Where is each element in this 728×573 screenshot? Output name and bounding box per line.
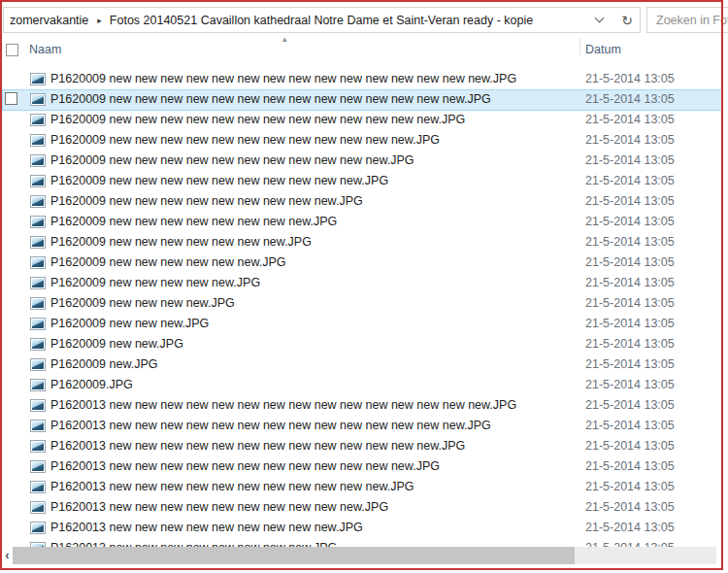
column-header-date[interactable]: Datum	[585, 43, 621, 56]
file-row[interactable]: P1620013 new new new new new new new new…	[0, 436, 728, 456]
image-file-icon	[30, 420, 46, 432]
file-date: 21-5-2014 13:05	[585, 436, 675, 456]
file-date: 21-5-2014 13:05	[585, 497, 675, 518]
file-row[interactable]: P1620009 new new new new new new new new…	[0, 151, 728, 171]
file-row[interactable]: P1620013 new new new new new new new new…	[0, 538, 728, 547]
file-name: P1620009 new new new new new new new new…	[50, 69, 516, 89]
column-header-name[interactable]: Naam	[29, 43, 61, 56]
image-file-icon	[30, 134, 46, 147]
file-row[interactable]: P1620009 new new new new new new new new…	[0, 130, 728, 151]
file-date: 21-5-2014 13:05	[585, 130, 675, 151]
file-date: 21-5-2014 13:05	[585, 456, 675, 477]
file-name: P1620013 new new new new new new new new…	[50, 538, 337, 547]
file-row[interactable]: P1620009 new new.JPG21-5-2014 13:05	[0, 334, 728, 354]
file-date: 21-5-2014 13:05	[585, 416, 675, 436]
file-date: 21-5-2014 13:05	[585, 375, 675, 395]
file-date: 21-5-2014 13:05	[585, 151, 675, 171]
file-date: 21-5-2014 13:05	[585, 212, 675, 232]
breadcrumb-separator-icon[interactable]: ▸	[97, 16, 102, 25]
image-file-icon	[30, 460, 46, 473]
image-file-icon	[30, 481, 46, 493]
image-file-icon	[30, 93, 46, 106]
file-row[interactable]: P1620013 new new new new new new new new…	[0, 395, 728, 416]
file-name: P1620009.JPG	[50, 375, 133, 395]
file-row[interactable]: P1620009.JPG21-5-2014 13:05	[0, 375, 728, 395]
file-row[interactable]: P1620013 new new new new new new new new…	[0, 497, 728, 518]
file-name: P1620013 new new new new new new new new…	[50, 436, 465, 456]
file-name: P1620009 new new new.JPG	[50, 314, 209, 334]
file-name: P1620009 new new new new new new new new…	[50, 212, 337, 232]
image-file-icon	[30, 379, 46, 391]
address-bar[interactable]: zomervakantie ▸ Fotos 20140521 Cavaillon…	[3, 7, 615, 33]
file-date: 21-5-2014 13:05	[585, 293, 675, 314]
file-row[interactable]: P1620009 new new new new new new new new…	[0, 69, 728, 89]
image-file-icon	[30, 277, 46, 289]
file-row[interactable]: P1620009 new new new new new new new new…	[0, 89, 728, 110]
file-row[interactable]: P1620009 new new new new new new.JPG21-5…	[0, 253, 728, 273]
image-file-icon	[30, 399, 46, 412]
file-row[interactable]: P1620009 new new new new.JPG21-5-2014 13…	[0, 293, 728, 314]
image-file-icon	[30, 73, 46, 85]
breadcrumb-current-folder[interactable]: Fotos 20140521 Cavaillon kathedraal Notr…	[110, 14, 533, 27]
refresh-button[interactable]: ↻	[614, 7, 641, 33]
file-date: 21-5-2014 13:05	[585, 314, 675, 334]
file-row[interactable]: P1620013 new new new new new new new new…	[0, 416, 728, 436]
row-checkbox[interactable]	[5, 92, 17, 105]
chevron-down-icon	[595, 14, 605, 23]
explorer-window: zomervakantie ▸ Fotos 20140521 Cavaillon…	[0, 0, 728, 573]
file-row[interactable]: P1620009 new new new new new new new new…	[0, 171, 728, 191]
file-name: P1620013 new new new new new new new new…	[50, 395, 516, 416]
file-name: P1620009 new new new new new new new new…	[50, 191, 363, 212]
horizontal-scrollbar-thumb[interactable]	[13, 547, 575, 564]
file-date: 21-5-2014 13:05	[585, 334, 675, 354]
file-name: P1620009 new new new new new.JPG	[50, 273, 260, 293]
file-name: P1620009 new new.JPG	[50, 334, 183, 354]
file-date: 21-5-2014 13:05	[585, 273, 675, 293]
select-all-checkbox[interactable]	[6, 44, 18, 56]
image-file-icon	[30, 338, 46, 351]
image-file-icon	[30, 318, 46, 330]
horizontal-scrollbar-track[interactable]	[13, 547, 716, 564]
file-name: P1620009 new new new new new new new new…	[50, 130, 440, 151]
file-row[interactable]: P1620009 new.JPG21-5-2014 13:05	[0, 354, 728, 375]
file-row[interactable]: P1620009 new new new new new new new new…	[0, 212, 728, 232]
file-name: P1620013 new new new new new new new new…	[50, 416, 491, 436]
file-list: P1620009 new new new new new new new new…	[0, 69, 728, 547]
file-row[interactable]: P1620013 new new new new new new new new…	[0, 456, 728, 477]
file-row[interactable]: P1620009 new new new.JPG21-5-2014 13:05	[0, 314, 728, 334]
address-dropdown-icon[interactable]	[596, 18, 614, 21]
column-divider[interactable]	[579, 38, 580, 55]
file-row[interactable]: P1620009 new new new new new new new new…	[0, 191, 728, 212]
file-name: P1620009 new new new new.JPG	[50, 293, 235, 314]
file-name: P1620013 new new new new new new new new…	[50, 477, 414, 497]
image-file-icon	[30, 175, 46, 187]
file-name: P1620013 new new new new new new new new…	[50, 456, 440, 477]
file-date: 21-5-2014 13:05	[585, 171, 675, 191]
file-date: 21-5-2014 13:05	[585, 538, 675, 547]
image-file-icon	[30, 256, 46, 269]
file-date: 21-5-2014 13:05	[585, 253, 675, 273]
image-file-icon	[30, 358, 46, 371]
file-date: 21-5-2014 13:05	[585, 69, 675, 89]
search-placeholder: Zoeken in Fotos	[656, 14, 728, 27]
sort-ascending-icon[interactable]: ▴	[282, 34, 287, 44]
file-row[interactable]: P1620009 new new new new new.JPG21-5-201…	[0, 273, 728, 293]
file-name: P1620009 new new new new new new new new…	[50, 89, 491, 110]
file-name: P1620009 new new new new new new new new…	[50, 171, 388, 191]
breadcrumb-root[interactable]: zomervakantie	[10, 14, 88, 27]
image-file-icon	[30, 154, 46, 167]
image-file-icon	[30, 114, 46, 126]
search-box[interactable]: Zoeken in Fotos	[646, 7, 728, 33]
file-row[interactable]: P1620009 new new new new new new new.JPG…	[0, 232, 728, 253]
image-file-icon	[30, 440, 46, 453]
image-file-icon	[30, 236, 46, 249]
scroll-left-icon[interactable]: ‹	[2, 548, 13, 564]
file-row[interactable]: P1620013 new new new new new new new new…	[0, 518, 728, 538]
refresh-icon: ↻	[621, 13, 633, 28]
file-row[interactable]: P1620009 new new new new new new new new…	[0, 110, 728, 130]
image-file-icon	[30, 501, 46, 514]
file-date: 21-5-2014 13:05	[585, 354, 675, 375]
file-row[interactable]: P1620013 new new new new new new new new…	[0, 477, 728, 497]
file-name: P1620009 new new new new new new new new…	[50, 110, 465, 130]
file-date: 21-5-2014 13:05	[585, 89, 675, 110]
